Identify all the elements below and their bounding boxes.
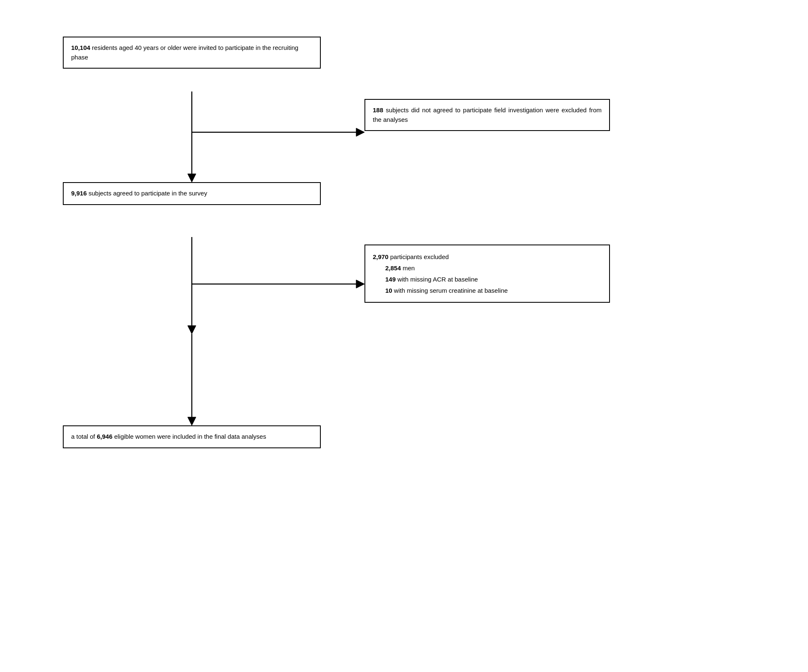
- box-initial-residents: 10,104 residents aged 40 years or older …: [63, 37, 321, 69]
- box4-line1: 2,970 participants excluded: [373, 251, 602, 262]
- box-excluded-188: 188 subjects did not agreed to participa…: [364, 99, 610, 131]
- box2-number: 188: [373, 106, 383, 114]
- box-excluded-2970: 2,970 participants excluded 2,854 men 14…: [364, 245, 610, 303]
- svg-marker-5: [188, 326, 196, 334]
- box3-rest: subjects agreed to participate in the su…: [87, 190, 207, 197]
- box1-text: 10,104 residents aged 40 years or older …: [71, 44, 298, 61]
- box4-line3: 149 with missing ACR at baseline: [373, 274, 602, 285]
- svg-marker-3: [356, 128, 364, 136]
- svg-marker-1: [188, 174, 196, 182]
- box-agreed-9916: 9,916 subjects agreed to participate in …: [63, 182, 321, 205]
- svg-marker-7: [356, 280, 364, 288]
- box2-text: 188 subjects did not agreed to participa…: [373, 106, 602, 123]
- svg-marker-9: [188, 417, 196, 425]
- box5-text: a total of 6,946 eligible women were inc…: [71, 433, 266, 440]
- flowchart: 10,104 residents aged 40 years or older …: [50, 24, 758, 648]
- box-final-6946: a total of 6,946 eligible women were inc…: [63, 425, 321, 448]
- box4-line4: 10 with missing serum creatinine at base…: [373, 285, 602, 296]
- box4-line2: 2,854 men: [373, 262, 602, 274]
- box1-rest: residents aged 40 years or older were in…: [71, 44, 298, 61]
- box2-rest: subjects did not agreed to participate f…: [373, 106, 602, 123]
- box3-text: 9,916 subjects agreed to participate in …: [71, 190, 207, 197]
- box3-number: 9,916: [71, 190, 87, 197]
- box1-number: 10,104: [71, 44, 90, 51]
